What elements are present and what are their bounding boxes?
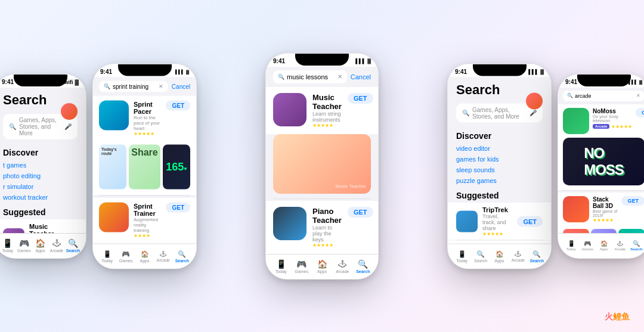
get-button[interactable]: GET (636, 108, 644, 117)
search-results-screen: 🔍 arcade ✕ NoMoss On your Sony televisio… (558, 88, 644, 233)
nav-search[interactable]: 🔍 Search (471, 250, 490, 262)
search-icon: 🔍 (462, 110, 469, 116)
nav-games[interactable]: 🎮 Games (16, 238, 32, 253)
nav-search[interactable]: 🔍 Search (628, 240, 644, 251)
search-placeholder: Games, Apps, Stories, and More (19, 117, 61, 136)
nav-today[interactable]: 📱 Today (0, 238, 16, 253)
get-button[interactable]: GET (166, 203, 190, 213)
nav-arcade[interactable]: 🕹 Arcade (154, 250, 172, 262)
nav-today[interactable]: 📱 Today (453, 250, 471, 262)
nav-arcade[interactable]: 🕹 Arcade (509, 250, 527, 262)
discover-link-4[interactable]: workout tracker (0, 192, 86, 203)
notch (118, 64, 172, 76)
star-rating: ★★★★★ (312, 123, 342, 128)
apps-icon: 🏠 (35, 238, 45, 248)
phone-center-right: 9:41 ▌▌▌ ▓ Search 🔍 Games, Apps, Stories… (447, 63, 552, 269)
arcade-icon: 🕹 (515, 250, 521, 257)
app-name: Piano Teacher (312, 207, 342, 225)
nav-label: Games (17, 249, 31, 253)
app-subtitle: Learn string instruments (312, 111, 342, 123)
nav-today[interactable]: 📱 Today (271, 259, 291, 274)
nav-games[interactable]: 🎮 Games (291, 259, 311, 274)
app-icon (456, 210, 478, 232)
search-screen: Search 🔍 Games, Apps, Stories, and More … (448, 77, 551, 243)
discover-title: Discover (0, 143, 86, 160)
discover-link-3[interactable]: sleep sounds (448, 164, 551, 175)
signal-icon: ▌▌▌ (355, 58, 366, 64)
nav-label: Search (630, 247, 642, 251)
nav-arcade[interactable]: 🕹 Arcade (612, 240, 628, 251)
discover-link-1[interactable]: t games (0, 160, 86, 170)
nav-search[interactable]: 🔍 Search (65, 238, 81, 253)
discover-link-3[interactable]: r simulator (0, 181, 86, 192)
nav-apps[interactable]: 🏠 Apps (490, 250, 509, 262)
battery-icon: ▓ (540, 69, 544, 75)
nav-label: Arcade (512, 258, 525, 262)
nav-apps[interactable]: 🏠 Apps (32, 238, 48, 253)
bottom-nav: 📱 Today 🎮 Games 🏠 Apps 🕹 Arcade 🔍 (0, 233, 86, 258)
status-time: 9:41 (565, 79, 577, 85)
search-results-screen: 🔍 music lessons ✕ Cancel Music Teacher L… (266, 67, 378, 254)
nav-games[interactable]: 🎮 Games (579, 240, 595, 251)
nav-today[interactable]: 📱 Today (98, 250, 116, 262)
nav-apps[interactable]: 🏠 Apps (596, 240, 612, 251)
search-icon: 🔍 (278, 74, 284, 80)
nav-label: Today (275, 269, 287, 274)
search-icon: 🔍 (567, 93, 573, 98)
nav-arcade[interactable]: 🕹 Arcade (48, 238, 64, 253)
app-subtitle: Learn to play the keys (312, 225, 342, 243)
nav-today[interactable]: 📱 Today (563, 240, 579, 251)
signal-icon: ▌▌▌ (628, 80, 637, 84)
bottom-nav: 📱 Today 🎮 Games 🏠 Apps 🕹 Arcade 🔍 (558, 233, 644, 258)
nav-label: Games (295, 269, 308, 274)
arcade-badge: Arcade (593, 124, 609, 129)
nav-label: Search (175, 258, 189, 262)
today-icon: 📱 (458, 250, 466, 257)
nav-search[interactable]: 🔍 Search (173, 250, 191, 262)
nav-label: Games (581, 247, 593, 251)
notch (473, 64, 527, 76)
nav-apps[interactable]: 🏠 Apps (135, 250, 154, 262)
nav-search-active[interactable]: 🔍 Search (528, 250, 546, 262)
discover-link-2[interactable]: games for kids (448, 153, 551, 164)
phone-far-left: 9:41 ▌▌▌ wifi ▓ Search 🔍 Games, Apps, St… (0, 74, 86, 259)
nav-games[interactable]: 🎮 Games (116, 250, 135, 262)
today-icon: 📱 (2, 238, 13, 248)
suggested-title: Suggested (0, 203, 86, 219)
app-subtitle: On your Sony television (593, 114, 632, 123)
bottom-nav: 📱 Today 🎮 Games 🏠 Apps 🕹 Arcade 🔍 (266, 254, 378, 279)
battery-icon: ▓ (75, 79, 79, 85)
apps-icon: 🏠 (600, 240, 608, 247)
nav-search[interactable]: 🔍 Search (353, 259, 373, 274)
phone-center: 9:41 ▌▌▌ ▓ 🔍 music lessons ✕ Cancel (265, 53, 379, 280)
nav-label: Today (456, 258, 467, 262)
nav-label: Apps (317, 269, 327, 274)
get-button[interactable]: GET (348, 93, 373, 104)
nav-apps[interactable]: 🏠 Apps (312, 259, 332, 274)
app-icon (3, 228, 24, 233)
app-name: Sprint Trainer (134, 203, 161, 217)
clear-icon[interactable]: ✕ (338, 73, 342, 80)
nav-label: Apps (36, 249, 45, 253)
get-button[interactable]: GET (621, 196, 644, 206)
clear-icon[interactable]: ✕ (636, 93, 640, 98)
get-button[interactable]: GET (517, 216, 543, 226)
signal-icon: ▌▌▌ (175, 70, 184, 74)
arcade-icon: 🕹 (338, 259, 346, 269)
discover-link-1[interactable]: video editor (448, 142, 551, 153)
nav-arcade[interactable]: 🕹 Arcade (332, 259, 352, 274)
discover-link-4[interactable]: puzzle games (448, 175, 551, 185)
search-results-screen: 🔍 sprint training ✕ Cancel Sprint Pacer … (93, 77, 196, 243)
search-icon: 🔍 (358, 259, 368, 269)
discover-link-2[interactable]: photo editing (0, 170, 86, 181)
nav-label: Apps (140, 258, 150, 262)
get-button[interactable]: GET (166, 100, 190, 110)
star-rating: ★★★★★ (134, 131, 161, 136)
clear-icon[interactable]: ✕ (159, 83, 163, 89)
status-time: 9:41 (100, 69, 112, 75)
cancel-button[interactable]: Cancel (172, 83, 190, 89)
battery-icon: ▓ (186, 70, 189, 74)
search-query: music lessons (287, 73, 328, 80)
cancel-button[interactable]: Cancel (351, 73, 371, 80)
get-button[interactable]: GET (348, 207, 373, 218)
